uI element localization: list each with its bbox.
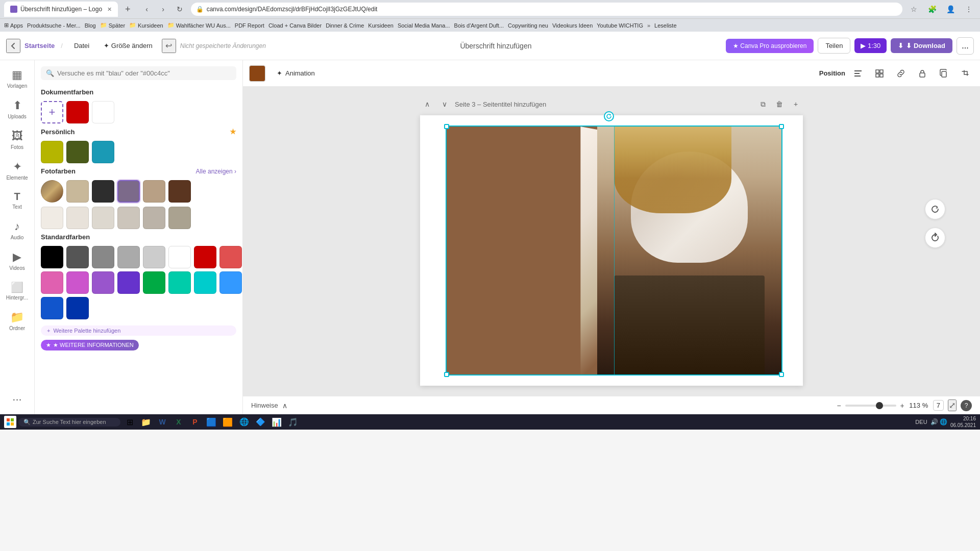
std-green[interactable] (143, 271, 165, 294)
color-search-bar[interactable]: 🔍 (41, 66, 236, 80)
std-red[interactable] (194, 246, 216, 268)
photo-color-white2[interactable] (66, 207, 89, 229)
photo-color-white1[interactable] (41, 207, 63, 229)
taskbar-word[interactable]: W (155, 415, 169, 429)
std-dark-purple[interactable] (117, 271, 140, 294)
duplicate-page-btn[interactable]: ⧉ (756, 97, 770, 111)
page-indicator[interactable]: 7 (933, 400, 944, 411)
hinweise-collapse-btn[interactable]: ∧ (282, 402, 287, 410)
std-blue[interactable] (219, 271, 242, 294)
photo-color-white3[interactable] (92, 207, 114, 229)
bookmark-kursideen[interactable]: 📁 Kursideen (129, 22, 163, 29)
bookmark-apps[interactable]: ⊞ Apps (4, 22, 23, 29)
taskbar-edge[interactable]: 🔷 (253, 415, 267, 429)
refresh-btn[interactable] (925, 228, 945, 248)
photo-color-dark-brown[interactable] (168, 180, 191, 203)
photo-thumb-swatch[interactable] (41, 180, 63, 203)
page-collapse-btn[interactable]: ∧ (420, 97, 434, 111)
std-salmon[interactable] (219, 246, 242, 268)
start-btn[interactable] (4, 416, 16, 428)
more-options-btn[interactable]: ... (957, 37, 974, 55)
bookmark-cload[interactable]: Cload + Canva Bilder (268, 22, 322, 29)
photo-color-white5[interactable] (143, 207, 165, 229)
element-color-preview[interactable] (249, 65, 265, 82)
sidebar-item-fotos[interactable]: 🖼 Fotos (1, 126, 34, 154)
tab-close-btn[interactable]: ✕ (107, 6, 112, 13)
add-page-btn[interactable]: + (789, 97, 803, 111)
bookmark-youtube[interactable]: Youtube WICHTIG (597, 22, 643, 29)
taskview-btn[interactable]: ⊞ (122, 415, 137, 429)
bookmark-pdf[interactable]: PDF Report (235, 22, 264, 29)
animation-btn[interactable]: ✦ Animation (271, 66, 321, 80)
bookmark-wahlfaecher[interactable]: 📁 Wahlfächer WU Aus... (167, 22, 231, 29)
forward-btn[interactable]: › (156, 2, 170, 16)
photo-color-mauve-selected[interactable] (117, 180, 140, 203)
share-btn[interactable]: Teilen (818, 38, 850, 54)
taskbar-app5[interactable]: 🟦 (204, 415, 218, 429)
std-darkgray[interactable] (66, 246, 89, 268)
fullscreen-btn[interactable]: ⤢ (948, 399, 957, 411)
taskbar-app9[interactable]: 📊 (270, 415, 284, 429)
download-btn[interactable]: ⬇ ⬇ Download (891, 38, 952, 53)
sidebar-item-audio[interactable]: ♪ Audio (1, 216, 34, 244)
photo-color-white6[interactable] (168, 207, 191, 229)
std-navy[interactable] (66, 297, 89, 319)
std-lightgray[interactable] (117, 246, 140, 268)
photo-color-dark[interactable] (92, 180, 114, 203)
std-medgray[interactable] (92, 246, 114, 268)
help-btn[interactable]: ? (961, 400, 972, 411)
personal-color-3[interactable] (92, 141, 114, 163)
selection-handle-tl[interactable] (444, 124, 449, 129)
sidebar-item-ordner[interactable]: 📁 Ordner (1, 307, 34, 335)
photo-color-white4[interactable] (117, 207, 140, 229)
taskbar-file-explorer[interactable]: 📁 (139, 415, 153, 429)
bookmark-produktsuche[interactable]: Produktsuche - Mer... (27, 22, 81, 29)
sidebar-item-text[interactable]: T Text (1, 187, 34, 214)
taskbar-powerpoint[interactable]: P (188, 415, 202, 429)
photo-color-beige[interactable] (66, 180, 89, 203)
sidebar-item-videos[interactable]: ▶ Videos (1, 246, 34, 275)
delete-page-btn[interactable]: 🗑 (772, 97, 787, 111)
weitere-palette-btn[interactable]: + Weitere Palette hinzufügen (41, 325, 236, 336)
bookmark-videokurs[interactable]: Videokurs Ideen (552, 22, 593, 29)
std-violet[interactable] (66, 271, 89, 294)
add-color-btn[interactable]: + (41, 101, 63, 123)
browser-tab[interactable]: Überschrift hinzufügen – Logo ✕ (4, 2, 118, 17)
photo-color-tan[interactable] (143, 180, 165, 203)
zoom-out-btn[interactable]: − (837, 402, 841, 410)
std-black[interactable] (41, 246, 63, 268)
bookmark-dinner[interactable]: Dinner & Crime (326, 22, 364, 29)
taskbar-search[interactable]: 🔍 Zur Suche Text hier eingeben (18, 418, 120, 427)
color-search-input[interactable] (57, 69, 231, 77)
file-menu-btn[interactable]: Datei (69, 39, 94, 53)
link-icon-btn[interactable] (892, 65, 910, 82)
bookmark-spaeter[interactable]: 📁 Später (100, 22, 125, 29)
address-bar[interactable]: 🔒 canva.com/design/DAEdomzscjl/drBFjHdCo… (191, 3, 902, 16)
play-btn[interactable]: ▶ 1:30 (854, 38, 887, 53)
std-purple[interactable] (92, 271, 114, 294)
selection-handle-bl[interactable] (444, 372, 449, 377)
bookmark-kursideen2[interactable]: Kursideen (368, 22, 394, 29)
canva-home-link[interactable]: Startseite (24, 42, 55, 49)
std-paleray[interactable] (143, 246, 165, 268)
personal-color-2[interactable] (66, 141, 89, 163)
rotate-handle[interactable] (604, 111, 614, 121)
doc-color-red[interactable] (66, 101, 89, 123)
grid-icon-btn[interactable] (871, 65, 888, 82)
std-cyan[interactable] (194, 271, 216, 294)
bookmark-copywriting[interactable]: Copywriting neu (508, 22, 548, 29)
taskbar-excel[interactable]: X (172, 415, 186, 429)
resize-menu-btn[interactable]: ✦ Größe ändern (99, 39, 158, 53)
reload-btn[interactable]: ↻ (173, 2, 187, 16)
taskbar-chrome[interactable]: 🌐 (237, 415, 251, 429)
personal-color-1[interactable] (41, 141, 63, 163)
selection-handle-tr[interactable] (779, 124, 784, 129)
taskbar-app6[interactable]: 🟧 (220, 415, 235, 429)
bookmark-btn[interactable]: ☆ (906, 2, 921, 16)
sidebar-item-elemente[interactable]: ✦ Elemente (1, 156, 34, 185)
align-icon-btn[interactable] (849, 65, 867, 82)
canva-pro-btn[interactable]: ★ Canva Pro ausprobieren (726, 39, 814, 53)
taskbar-app10[interactable]: 🎵 (286, 415, 300, 429)
std-pink[interactable] (41, 271, 63, 294)
bookmark-leseliste[interactable]: Leseliste (654, 22, 676, 29)
